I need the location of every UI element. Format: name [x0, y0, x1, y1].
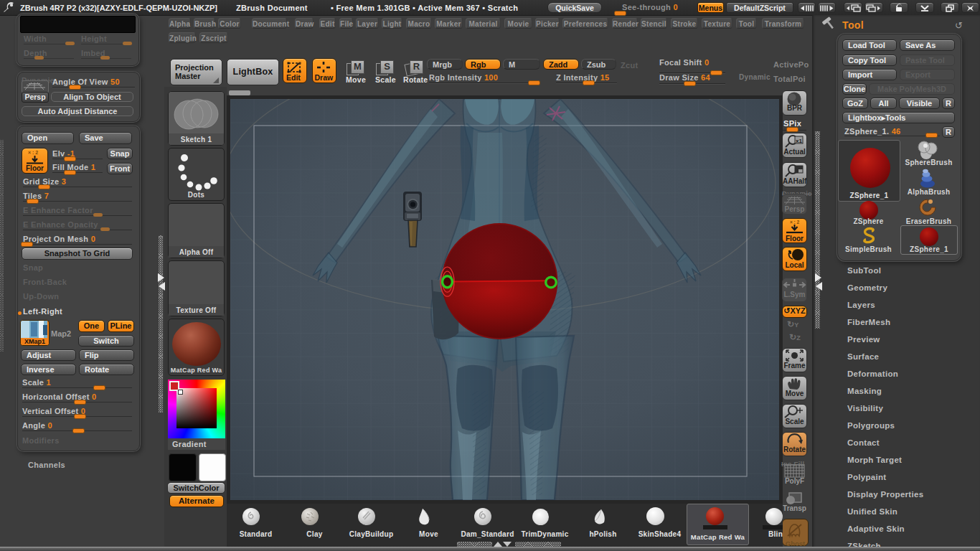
svg-text:Floor: Floor: [26, 164, 44, 172]
svg-text:Draw: Draw: [315, 73, 334, 82]
svg-text:Edit: Edit: [286, 73, 301, 82]
svg-text:x1: x1: [796, 138, 802, 144]
svg-text:× : 2: × : 2: [28, 150, 38, 155]
